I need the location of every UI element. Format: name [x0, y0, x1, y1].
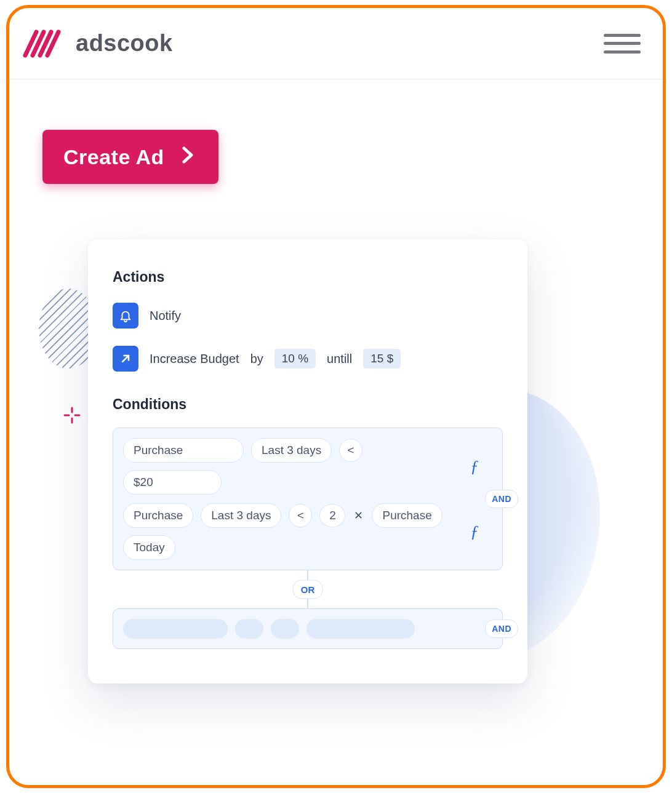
chevron-right-icon [180, 145, 195, 169]
function-icon[interactable]: ƒ [470, 456, 479, 476]
action-notify-row: Notify [113, 303, 503, 329]
action-notify-label: Notify [150, 309, 181, 323]
condition-range-2[interactable]: Today [123, 535, 175, 560]
condition-multiplier[interactable]: 2 [319, 504, 345, 527]
condition-operator[interactable]: < [339, 439, 362, 462]
and-badge[interactable]: AND [485, 620, 518, 638]
condition-line-1: Purchase Last 3 days < $20 ƒ [123, 438, 478, 495]
condition-range[interactable]: Last 3 days [201, 503, 281, 528]
app-header: adscook [9, 8, 663, 79]
or-badge[interactable]: OR [293, 580, 323, 599]
automation-card: Actions Notify Increase Budget by 10 % u… [88, 239, 527, 683]
placeholder-chip[interactable] [271, 619, 299, 639]
condition-line-2: Purchase Last 3 days < 2 ✕ Purchase Toda… [123, 503, 478, 560]
function-icon[interactable]: ƒ [470, 522, 479, 541]
condition-metric[interactable]: Purchase [123, 503, 193, 528]
condition-operator[interactable]: < [289, 504, 312, 527]
conditions-container: AND Purchase Last 3 days < $20 ƒ Purchas… [113, 428, 503, 649]
action-until-value[interactable]: 15 $ [363, 349, 401, 369]
condition-group-1: AND Purchase Last 3 days < $20 ƒ Purchas… [113, 428, 503, 570]
create-ad-label: Create Ad [63, 145, 164, 169]
condition-group-2: AND [113, 608, 503, 649]
and-badge[interactable]: AND [485, 490, 518, 508]
action-increase-budget-row: Increase Budget by 10 % untill 15 $ [113, 346, 503, 372]
menu-icon-bar [604, 34, 641, 37]
brand-name: adscook [76, 30, 173, 57]
placeholder-chip[interactable] [306, 619, 415, 639]
brand-logo-mark-icon [20, 26, 65, 62]
condition-range[interactable]: Last 3 days [251, 438, 332, 463]
menu-button[interactable] [604, 31, 641, 56]
placeholder-chip[interactable] [235, 619, 263, 639]
create-ad-button[interactable]: Create Ad [42, 130, 218, 184]
menu-icon-bar [604, 42, 641, 45]
action-until-word: untill [327, 352, 352, 366]
arrow-up-right-icon[interactable] [113, 346, 138, 372]
action-by-word: by [250, 352, 263, 366]
menu-icon-bar [604, 50, 641, 54]
condition-metric[interactable]: Purchase [123, 438, 244, 463]
bell-icon[interactable] [113, 303, 138, 329]
group-connector: OR [113, 570, 503, 608]
placeholder-chip[interactable] [123, 619, 228, 639]
brand-logo[interactable]: adscook [20, 26, 173, 62]
section-title-actions: Actions [113, 269, 503, 285]
condition-placeholder-line [123, 619, 478, 639]
condition-value[interactable]: $20 [123, 470, 222, 495]
svg-line-8 [122, 356, 129, 362]
decoration-sparkle-icon [63, 407, 81, 426]
action-by-value[interactable]: 10 % [274, 349, 316, 369]
multiply-icon: ✕ [353, 509, 364, 522]
section-title-conditions: Conditions [113, 396, 503, 413]
condition-metric-2[interactable]: Purchase [372, 503, 442, 528]
action-increase-budget-label: Increase Budget [150, 352, 239, 366]
